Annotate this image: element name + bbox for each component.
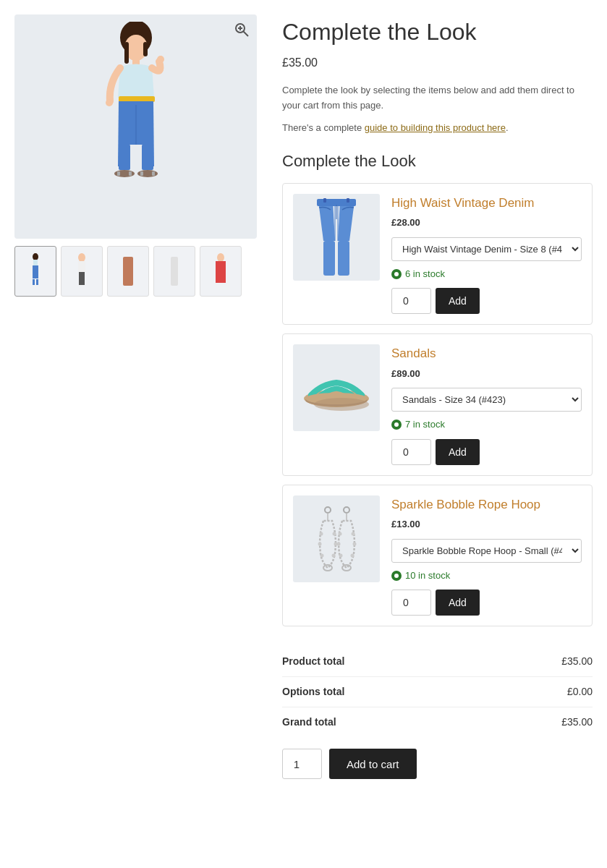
thumbnail-5[interactable] <box>200 246 242 297</box>
options-total-label: Options total <box>282 684 344 699</box>
denim-add-button[interactable]: Add <box>436 288 480 314</box>
earrings-qty-row: Add <box>391 590 582 616</box>
denim-illustration <box>307 197 365 277</box>
add-to-cart-button[interactable]: Add to cart <box>329 749 417 779</box>
grand-total-label: Grand total <box>282 715 336 730</box>
sandals-qty-input[interactable] <box>391 439 431 465</box>
svg-rect-36 <box>323 198 326 203</box>
svg-point-47 <box>325 507 331 513</box>
cart-qty-input[interactable] <box>282 749 322 779</box>
svg-point-52 <box>318 542 322 545</box>
earrings-qty-input[interactable] <box>391 590 431 616</box>
svg-rect-24 <box>33 265 38 278</box>
denim-qty-row: Add <box>391 288 582 314</box>
svg-point-22 <box>33 253 38 260</box>
svg-line-1 <box>244 32 249 37</box>
svg-rect-39 <box>323 241 335 276</box>
svg-rect-16 <box>129 171 132 176</box>
options-total-row: Options total £0.00 <box>282 677 593 707</box>
right-column: Complete the Look £35.00 Complete the lo… <box>282 14 593 779</box>
svg-point-21 <box>106 99 113 106</box>
earrings-price: £13.00 <box>391 517 582 532</box>
product-card-denim: High Waist Vintage Denim £28.00 High Wai… <box>282 183 593 326</box>
denim-price: £28.00 <box>391 216 582 230</box>
stock-dot-earrings <box>391 571 402 581</box>
thumbnail-4[interactable] <box>153 246 195 297</box>
svg-point-20 <box>157 56 164 63</box>
svg-rect-9 <box>119 96 155 102</box>
svg-rect-6 <box>124 42 129 64</box>
denim-select[interactable]: High Waist Vintage Denim - Size 8 (#431)… <box>391 237 582 261</box>
stock-dot-sandals <box>391 420 402 430</box>
grand-total-row: Grand total £35.00 <box>282 707 593 737</box>
earrings-illustration <box>307 499 365 579</box>
svg-point-33 <box>217 253 224 262</box>
svg-rect-29 <box>79 272 82 285</box>
svg-point-58 <box>342 565 351 571</box>
sandals-stock: 7 in stock <box>391 417 582 432</box>
svg-point-56 <box>344 507 349 513</box>
section-heading: Complete the Look <box>282 149 593 173</box>
thumbnail-2[interactable] <box>61 246 103 297</box>
svg-point-46 <box>314 398 369 411</box>
denim-stock: 6 in stock <box>391 267 582 281</box>
svg-point-61 <box>337 542 341 545</box>
stock-dot-denim <box>391 269 402 279</box>
svg-point-63 <box>339 553 343 557</box>
earrings-add-button[interactable]: Add <box>436 590 480 616</box>
cart-row: Add to cart <box>282 749 593 779</box>
guide-link[interactable]: guide to building this product here <box>365 122 506 133</box>
product-total-row: Product total £35.00 <box>282 647 593 677</box>
svg-rect-7 <box>143 42 148 56</box>
svg-point-49 <box>323 565 332 571</box>
totals-section: Product total £35.00 Options total £0.00… <box>282 641 593 737</box>
main-product-image <box>14 14 257 239</box>
svg-rect-18 <box>140 171 143 176</box>
grand-total-value: £35.00 <box>561 715 593 730</box>
sandals-illustration <box>297 362 376 413</box>
svg-rect-19 <box>152 171 155 176</box>
sandals-add-button[interactable]: Add <box>436 439 480 465</box>
thumbnail-row <box>14 246 260 297</box>
svg-rect-12 <box>119 145 130 170</box>
svg-rect-32 <box>171 257 178 286</box>
svg-rect-15 <box>117 171 120 176</box>
left-column <box>14 14 260 779</box>
svg-rect-34 <box>216 261 226 283</box>
product-total-value: £35.00 <box>561 654 593 669</box>
zoom-icon[interactable] <box>234 22 250 38</box>
earrings-title: Sparkle Bobble Rope Hoop <box>391 495 582 514</box>
svg-rect-31 <box>123 257 133 286</box>
sandals-content: Sandals £89.00 Sandals - Size 34 (#423) … <box>391 344 582 465</box>
svg-rect-13 <box>142 145 153 170</box>
earrings-content: Sparkle Bobble Rope Hoop £13.00 Sparkle … <box>391 495 582 616</box>
sandals-price: £89.00 <box>391 367 582 381</box>
svg-point-62 <box>353 542 357 545</box>
sandals-image <box>293 344 380 431</box>
svg-rect-37 <box>347 198 349 203</box>
earrings-select[interactable]: Sparkle Bobble Rope Hoop - Small (#420) … <box>391 539 582 563</box>
svg-point-27 <box>78 253 85 262</box>
svg-rect-30 <box>82 272 85 285</box>
page-title: Complete the Look <box>282 18 593 46</box>
product-card-earrings: Sparkle Bobble Rope Hoop £13.00 Sparkle … <box>282 485 593 627</box>
denim-qty-input[interactable] <box>391 288 431 314</box>
svg-rect-25 <box>33 279 35 285</box>
svg-point-59 <box>339 532 342 535</box>
svg-point-51 <box>333 532 336 535</box>
svg-rect-23 <box>33 260 38 265</box>
options-total-value: £0.00 <box>567 684 593 699</box>
svg-rect-40 <box>338 241 349 276</box>
thumbnail-3[interactable] <box>107 246 149 297</box>
sandals-qty-row: Add <box>391 439 582 465</box>
svg-point-60 <box>352 532 355 535</box>
svg-point-64 <box>351 553 355 557</box>
description-text: Complete the look by selecting the items… <box>282 83 593 114</box>
thumbnail-1[interactable] <box>14 246 56 297</box>
earrings-stock: 10 in stock <box>391 569 582 583</box>
sandals-title: Sandals <box>391 344 582 363</box>
earrings-image <box>293 495 380 582</box>
denim-image <box>293 194 380 281</box>
sandals-select[interactable]: Sandals - Size 34 (#423) Sandals - Size … <box>391 388 582 412</box>
svg-rect-26 <box>36 279 38 285</box>
